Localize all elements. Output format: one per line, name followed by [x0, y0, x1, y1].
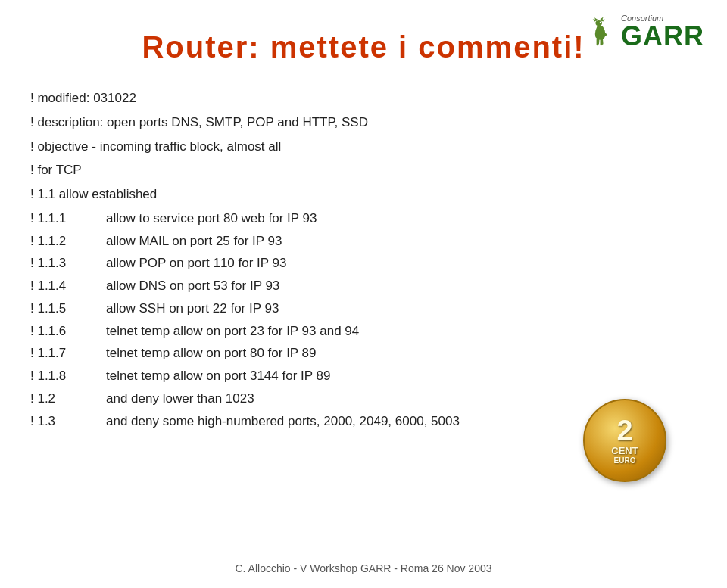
- garr-label: GARR: [621, 23, 704, 50]
- rule-text-3: allow DNS on port 53 for IP 93: [106, 275, 279, 297]
- logo-garr: Consortium GARR: [588, 14, 704, 50]
- rule-number-2: ! 1.1.3: [30, 252, 106, 275]
- coin-value: 2: [616, 416, 632, 445]
- coin-unit: CENT: [611, 445, 638, 456]
- logo-text-block: Consortium GARR: [621, 14, 704, 50]
- rule-line-6: ! 1.1.7telnet temp allow on port 80 for …: [30, 342, 697, 365]
- deer-icon: [588, 17, 616, 47]
- footer: C. Allocchio - V Workshop GARR - Roma 26…: [0, 562, 727, 574]
- rule-number-0: ! 1.1.1: [30, 207, 106, 230]
- rule-line-2: ! 1.1.3allow POP on port 110 for IP 93: [30, 252, 697, 275]
- rule-line-7: ! 1.1.8telnet temp allow on port 3144 fo…: [30, 365, 697, 387]
- meta-line-2: ! description: open ports DNS, SMTP, POP…: [30, 111, 697, 134]
- rule-text-5: telnet temp allow on port 23 for IP 93 a…: [106, 320, 359, 343]
- rule-number-9: ! 1.3: [30, 410, 106, 433]
- rule-line-1: ! 1.1.2allow MAIL on port 25 for IP 93: [30, 230, 697, 253]
- coin-inner: 2 CENT EURO: [611, 416, 638, 465]
- rule-line-3: ! 1.1.4allow DNS on port 53 for IP 93: [30, 275, 697, 297]
- coin-image: 2 CENT EURO: [583, 399, 666, 482]
- rule-number-1: ! 1.1.2: [30, 230, 106, 253]
- rule-text-9: and deny some high-numbered ports, 2000,…: [106, 410, 460, 433]
- rule-text-1: allow MAIL on port 25 for IP 93: [106, 230, 282, 253]
- rule-number-6: ! 1.1.7: [30, 342, 106, 365]
- rule-text-6: telnet temp allow on port 80 for IP 89: [106, 342, 317, 365]
- meta-line-5: ! 1.1 allow established: [30, 183, 697, 206]
- content-area: ! modified: 031022 ! description: open p…: [30, 87, 697, 432]
- meta-line-4: ! for TCP: [30, 159, 697, 182]
- rule-text-8: and deny lower than 1023: [106, 387, 254, 410]
- rule-number-3: ! 1.1.4: [30, 275, 106, 297]
- rule-number-5: ! 1.1.6: [30, 320, 106, 343]
- svg-point-6: [600, 22, 601, 23]
- rule-line-5: ! 1.1.6telnet temp allow on port 23 for …: [30, 320, 697, 343]
- rule-text-2: allow POP on port 110 for IP 93: [106, 252, 286, 275]
- rule-number-4: ! 1.1.5: [30, 297, 106, 320]
- rule-number-8: ! 1.2: [30, 387, 106, 410]
- rule-line-0: ! 1.1.1allow to service port 80 web for …: [30, 207, 697, 230]
- rule-line-4: ! 1.1.5allow SSH on port 22 for IP 93: [30, 297, 697, 320]
- meta-line-3: ! objective - incoming traffic block, al…: [30, 135, 697, 158]
- rules-container: ! 1.1.1allow to service port 80 web for …: [30, 207, 697, 433]
- coin-currency: EURO: [614, 456, 636, 465]
- meta-line-1: ! modified: 031022: [30, 87, 697, 110]
- rule-line-8: ! 1.2and deny lower than 1023: [30, 387, 697, 410]
- rule-text-0: allow to service port 80 web for IP 93: [106, 207, 317, 230]
- main-container: Consortium GARR Router: mettete i commen…: [0, 0, 727, 588]
- svg-point-0: [595, 20, 602, 26]
- logo-area: Consortium GARR: [588, 14, 704, 50]
- rule-number-7: ! 1.1.8: [30, 365, 106, 387]
- rule-text-7: telnet temp allow on port 3144 for IP 89: [106, 365, 330, 387]
- rule-text-4: allow SSH on port 22 for IP 93: [106, 297, 279, 320]
